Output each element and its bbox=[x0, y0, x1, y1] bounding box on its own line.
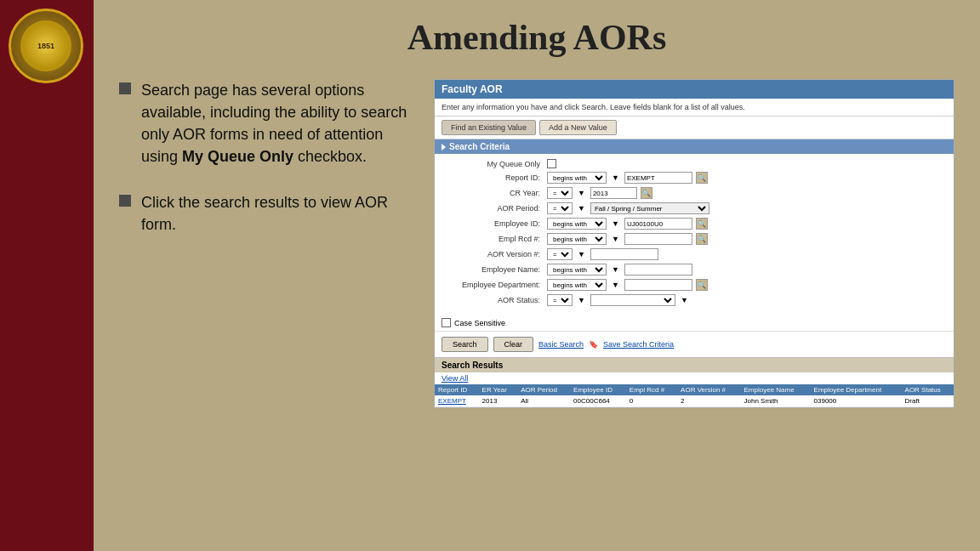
report-id-input[interactable] bbox=[624, 172, 692, 184]
page-title: Amending AORs bbox=[119, 17, 954, 58]
main-content: Amending AORs Search page has several op… bbox=[94, 0, 980, 551]
panel-header: Faculty AOR bbox=[435, 80, 954, 99]
employee-name-row: Employee Name: begins with ▼ bbox=[442, 264, 947, 276]
search-criteria-label: Search Criteria bbox=[449, 142, 510, 151]
cr-year-search-icon[interactable]: 🔍 bbox=[641, 187, 652, 199]
aor-version-operator[interactable]: = bbox=[547, 248, 573, 260]
panel-instruction: Enter any information you have and click… bbox=[435, 99, 954, 116]
bullet-icon-2 bbox=[119, 195, 131, 207]
employee-id-input[interactable] bbox=[624, 218, 692, 230]
report-id-operator[interactable]: begins with bbox=[547, 172, 607, 184]
report-id-link[interactable]: EXEMPT bbox=[438, 397, 466, 405]
save-criteria-link[interactable]: Save Search Criteria bbox=[603, 340, 674, 349]
tabs-row: Find an Existing Value Add a New Value bbox=[435, 116, 954, 139]
aor-version-row: AOR Version #: = ▼ bbox=[442, 248, 947, 260]
report-id-label: Report ID: bbox=[442, 173, 544, 182]
table-row: EXEMPT 2013 All 00C00C664 0 2 John Smith… bbox=[435, 395, 954, 407]
tab-add-new[interactable]: Add a New Value bbox=[539, 120, 617, 135]
aor-period-eq: ▼ bbox=[576, 204, 587, 213]
my-queue-row: My Queue Only bbox=[442, 159, 947, 168]
empl-rcd-operator[interactable]: begins with bbox=[547, 233, 607, 245]
aor-status-dropdown-icon: ▼ bbox=[679, 296, 690, 304]
col-empl-rcd: Empl Rcd # bbox=[626, 384, 677, 395]
aor-period-select[interactable]: Fall / Spring / Summer bbox=[590, 202, 709, 214]
results-table: Report ID ER Year AOR Period Employee ID… bbox=[435, 384, 954, 407]
aor-status-eq: ▼ bbox=[576, 296, 587, 304]
bullet-icon-1 bbox=[119, 82, 131, 94]
employee-dept-row: Employee Department: begins with ▼ 🔍 bbox=[442, 279, 947, 291]
report-id-row: Report ID: begins with ▼ 🔍 bbox=[442, 172, 947, 184]
aor-period-label: AOR Period: bbox=[442, 204, 544, 213]
fsu-seal: 1851 bbox=[9, 9, 85, 85]
cell-employee-name: John Smith bbox=[741, 395, 811, 407]
case-sensitive-row: Case Sensitive bbox=[435, 315, 954, 331]
employee-name-operator[interactable]: begins with bbox=[547, 264, 607, 276]
aor-period-row: AOR Period: = ▼ Fall / Spring / Summer bbox=[442, 202, 947, 214]
col-employee-dept: Employee Department bbox=[811, 384, 902, 395]
clear-button[interactable]: Clear bbox=[493, 337, 534, 352]
employee-id-search-icon[interactable]: 🔍 bbox=[696, 218, 708, 230]
cell-aor-version: 2 bbox=[677, 395, 740, 407]
report-id-search-icon[interactable]: 🔍 bbox=[696, 172, 708, 184]
my-queue-label: My Queue Only bbox=[442, 160, 544, 168]
cr-year-label: CR Year: bbox=[442, 189, 544, 197]
employee-id-label: Employee ID: bbox=[442, 219, 544, 228]
col-employee-name: Employee Name bbox=[741, 384, 811, 395]
cell-report-id[interactable]: EXEMPT bbox=[435, 395, 479, 407]
triangle-icon bbox=[442, 144, 446, 151]
cell-er-year: 2013 bbox=[479, 395, 518, 407]
cell-employee-dept: 039000 bbox=[811, 395, 902, 407]
aor-status-select[interactable] bbox=[590, 294, 675, 306]
employee-dept-input[interactable] bbox=[624, 279, 692, 291]
employee-id-operator[interactable]: begins with bbox=[547, 218, 607, 230]
cr-year-operator[interactable]: = bbox=[547, 187, 573, 199]
panel-title: Faculty AOR bbox=[442, 83, 503, 95]
bullet-item-1: Search page has several options availabl… bbox=[119, 79, 408, 168]
cell-aor-status: Draft bbox=[902, 395, 954, 407]
empl-rcd-input[interactable] bbox=[624, 233, 692, 245]
employee-dept-search-icon[interactable]: 🔍 bbox=[696, 279, 708, 291]
aor-period-operator[interactable]: = bbox=[547, 202, 573, 214]
col-employee-id: Employee ID bbox=[570, 384, 626, 395]
bullet-item-2: Click the search results to view AOR for… bbox=[119, 191, 408, 236]
view-all-link[interactable]: View All bbox=[435, 372, 954, 384]
case-sensitive-checkbox[interactable] bbox=[442, 318, 451, 327]
aor-status-operator[interactable]: = bbox=[547, 294, 573, 306]
col-report-id: Report ID bbox=[435, 384, 479, 395]
search-button[interactable]: Search bbox=[442, 337, 488, 352]
employee-dept-eq: ▼ bbox=[610, 281, 621, 289]
action-row: Search Clear Basic Search 🔖 Save Search … bbox=[435, 331, 954, 357]
tab-find-existing[interactable]: Find an Existing Value bbox=[442, 120, 536, 135]
employee-dept-operator[interactable]: begins with bbox=[547, 279, 607, 291]
save-criteria-icon: 🔖 bbox=[589, 340, 598, 349]
col-er-year: ER Year bbox=[479, 384, 518, 395]
employee-name-eq: ▼ bbox=[610, 265, 621, 274]
my-queue-checkbox[interactable] bbox=[547, 159, 556, 168]
aor-status-label: AOR Status: bbox=[442, 296, 544, 304]
results-header-bar: Search Results bbox=[435, 357, 954, 372]
employee-name-input[interactable] bbox=[624, 264, 692, 276]
results-table-header-row: Report ID ER Year AOR Period Employee ID… bbox=[435, 384, 954, 395]
aor-version-input[interactable] bbox=[590, 248, 658, 260]
cell-aor-period: All bbox=[517, 395, 570, 407]
empl-rcd-search-icon[interactable]: 🔍 bbox=[696, 233, 708, 245]
employee-dept-label: Employee Department: bbox=[442, 281, 544, 289]
cell-empl-rcd: 0 bbox=[626, 395, 677, 407]
aor-status-row: AOR Status: = ▼ ▼ bbox=[442, 294, 947, 306]
col-aor-version: AOR Version # bbox=[677, 384, 740, 395]
empl-rcd-label: Empl Rcd #: bbox=[442, 235, 544, 243]
empl-rcd-eq: ▼ bbox=[610, 235, 621, 243]
basic-search-link[interactable]: Basic Search bbox=[538, 340, 584, 349]
cr-year-row: CR Year: = ▼ 🔍 bbox=[442, 187, 947, 199]
bullet-text-2: Click the search results to view AOR for… bbox=[141, 191, 408, 236]
content-row: Search page has several options availabl… bbox=[119, 79, 954, 408]
employee-name-label: Employee Name: bbox=[442, 265, 544, 274]
cell-employee-id: 00C00C664 bbox=[570, 395, 626, 407]
cr-year-input[interactable] bbox=[590, 187, 637, 199]
search-criteria-header: Search Criteria bbox=[435, 139, 954, 154]
seal-year: 1851 bbox=[37, 42, 54, 51]
case-sensitive-label: Case Sensitive bbox=[454, 319, 505, 327]
aor-version-eq: ▼ bbox=[576, 250, 587, 258]
cr-year-eq: ▼ bbox=[576, 189, 587, 197]
employee-id-row: Employee ID: begins with ▼ 🔍 bbox=[442, 218, 947, 230]
